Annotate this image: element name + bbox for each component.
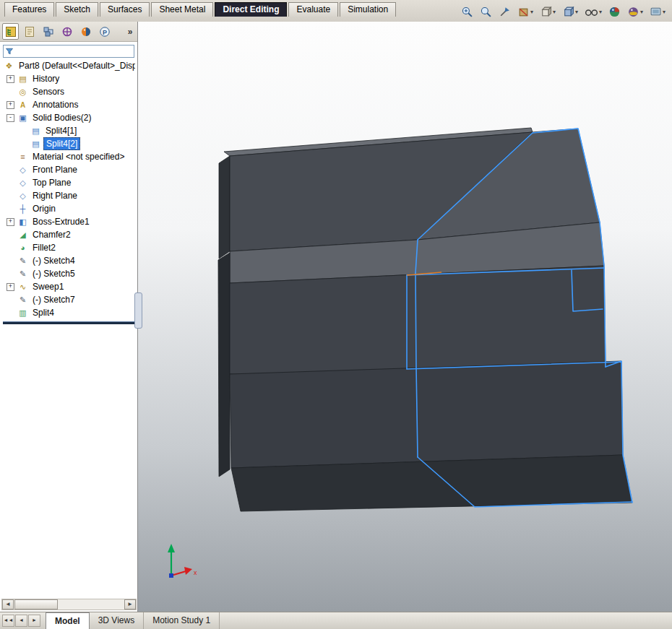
expander-icon[interactable]: +: [7, 218, 14, 226]
panel-horizontal-scrollbar[interactable]: ◄ ►: [1, 599, 137, 610]
tree-item-top-plane[interactable]: ◇ Top Plane: [1, 176, 135, 189]
sketch-icon: ✎: [17, 295, 28, 305]
tree-item-label: Front Plane: [30, 164, 79, 175]
section-view-button[interactable]: ▾: [515, 3, 535, 21]
tree-item-sketch4[interactable]: ✎ (-) Sketch4: [1, 254, 135, 267]
zoom-to-area-button[interactable]: [478, 3, 494, 21]
custom-tab-icon: P: [99, 26, 111, 38]
sketch-icon: ✎: [17, 256, 28, 266]
rollback-bar[interactable]: [3, 321, 134, 324]
tree-item-sketch5[interactable]: ✎ (-) Sketch5: [1, 267, 135, 280]
displaymanager-icon: [80, 26, 92, 38]
panel-splitter-handle[interactable]: [134, 292, 142, 329]
sensors-icon: ◎: [17, 87, 28, 97]
caret-down-icon[interactable]: ▾: [530, 9, 533, 15]
caret-down-icon[interactable]: ▾: [575, 9, 578, 15]
tree-item-label: (-) Sketch7: [30, 294, 77, 305]
apply-scene-button[interactable]: ▾: [625, 3, 645, 21]
tree-item-origin[interactable]: ┼ Origin: [1, 202, 135, 215]
view-settings-button[interactable]: ▾: [647, 3, 668, 21]
tab-features[interactable]: Features: [4, 2, 54, 17]
expander-icon[interactable]: -: [7, 114, 14, 122]
split-feature-icon: ▥: [17, 308, 28, 318]
featuremanager-filter-input[interactable]: [3, 45, 134, 58]
expander-icon[interactable]: +: [7, 75, 14, 83]
next-tab-button[interactable]: ►: [28, 615, 40, 627]
model-faces[interactable]: [218, 128, 632, 511]
tab-model[interactable]: Model: [46, 612, 90, 629]
tree-item-material[interactable]: ≡ Material <not specified>: [1, 150, 135, 163]
scroll-right-button[interactable]: ►: [124, 599, 136, 610]
expander-icon[interactable]: +: [7, 283, 14, 291]
heads-up-view-toolbar: ▾ ▾ ▾ ▾ ▾ ▾: [459, 3, 668, 21]
tree-item-split4-1[interactable]: ▤ Split4[1]: [1, 124, 135, 137]
view-cube-icon: [540, 6, 552, 18]
hide-show-items-button[interactable]: ▾: [582, 3, 604, 21]
first-tab-button[interactable]: ◄◄: [2, 615, 14, 627]
svg-text:P: P: [102, 28, 106, 35]
plane-icon: ◇: [17, 165, 28, 175]
x-axis-arrow: [184, 567, 192, 575]
scroll-thumb[interactable]: [14, 599, 58, 610]
displaymanager-tab[interactable]: [77, 23, 94, 40]
tab-direct-editing[interactable]: Direct Editing: [215, 2, 287, 17]
manager-tab-overflow-chevron[interactable]: »: [125, 27, 135, 37]
x-axis-label: x: [194, 569, 197, 576]
previous-view-button[interactable]: [496, 3, 513, 21]
prev-tab-button[interactable]: ◄: [15, 615, 27, 627]
caret-down-icon[interactable]: ▾: [663, 9, 665, 15]
tab-sheet-metal[interactable]: Sheet Metal: [151, 2, 213, 17]
filter-funnel-icon: [5, 47, 14, 56]
solid-bodies-folder-icon: ▣: [17, 113, 28, 123]
scroll-left-button[interactable]: ◄: [2, 599, 14, 610]
tree-item-split4-2[interactable]: ▤ Split4[2]: [1, 137, 135, 150]
solid-body-icon: ▤: [30, 139, 41, 149]
dimxpertmanager-tab[interactable]: [59, 23, 75, 40]
tab-sketch[interactable]: Sketch: [56, 2, 98, 17]
configurationmanager-tab[interactable]: [40, 23, 56, 40]
graphics-viewport[interactable]: x: [138, 22, 672, 612]
caret-down-icon[interactable]: ▾: [640, 9, 643, 15]
view-orientation-button[interactable]: ▾: [538, 3, 558, 21]
tree-item-sketch7[interactable]: ✎ (-) Sketch7: [1, 293, 135, 306]
tree-item-sweep1[interactable]: + ∿ Sweep1: [1, 280, 135, 293]
tree-item-label: Chamfer2: [30, 229, 73, 240]
tab-evaluate[interactable]: Evaluate: [288, 2, 338, 17]
history-icon: ▤: [17, 74, 28, 84]
tree-item-chamfer2[interactable]: ◢ Chamfer2: [1, 228, 135, 241]
tree-item-fillet2[interactable]: ◕ Fillet2: [1, 241, 135, 254]
model-canvas[interactable]: x: [138, 22, 672, 612]
tab-motion-study-1[interactable]: Motion Study 1: [144, 612, 220, 629]
tree-item-boss-extrude1[interactable]: + ◧ Boss-Extrude1: [1, 215, 135, 228]
tree-item-label: (-) Sketch4: [30, 255, 77, 266]
custom-manager-tab[interactable]: P: [96, 23, 113, 40]
zoom-to-fit-button[interactable]: [459, 3, 475, 21]
expander-icon[interactable]: +: [7, 101, 14, 109]
tab-3d-views[interactable]: 3D Views: [90, 612, 144, 629]
tree-item-annotations[interactable]: + A Annotations: [1, 98, 135, 111]
ribbon-tab-strip: Features Sketch Surfaces Sheet Metal Dir…: [4, 2, 396, 17]
caret-down-icon[interactable]: ▾: [599, 9, 602, 15]
tree-item-right-plane[interactable]: ◇ Right Plane: [1, 189, 135, 202]
material-icon: ≡: [17, 152, 28, 161]
tree-item-label: (-) Sketch5: [30, 268, 77, 279]
reference-triad: x: [168, 544, 197, 578]
tree-item-front-plane[interactable]: ◇ Front Plane: [1, 163, 135, 176]
tree-item-split4[interactable]: ▥ Split4: [1, 306, 135, 319]
tree-item-sensors[interactable]: ◎ Sensors: [1, 85, 135, 98]
caret-down-icon[interactable]: ▾: [553, 9, 556, 15]
propertymanager-icon: [24, 26, 35, 38]
plane-icon: ◇: [17, 178, 28, 188]
propertymanager-tab[interactable]: [21, 23, 38, 40]
tree-item-part8[interactable]: ❖ Part8 (Default<<Default>_Disp: [1, 59, 135, 72]
tab-simulation[interactable]: Simulation: [340, 2, 396, 17]
display-style-button[interactable]: ▾: [560, 3, 580, 21]
edit-appearance-button[interactable]: [606, 3, 623, 21]
fillet-icon: ◕: [17, 243, 28, 252]
tab-surfaces[interactable]: Surfaces: [100, 2, 150, 17]
featuremanager-tree-tab[interactable]: [2, 23, 19, 40]
tree-item-history[interactable]: + ▤ History: [1, 72, 135, 85]
tree-item-solid-bodies[interactable]: - ▣ Solid Bodies(2): [1, 111, 135, 124]
appearance-sphere-icon: [608, 6, 621, 18]
tree-item-label: Solid Bodies(2): [30, 112, 93, 123]
